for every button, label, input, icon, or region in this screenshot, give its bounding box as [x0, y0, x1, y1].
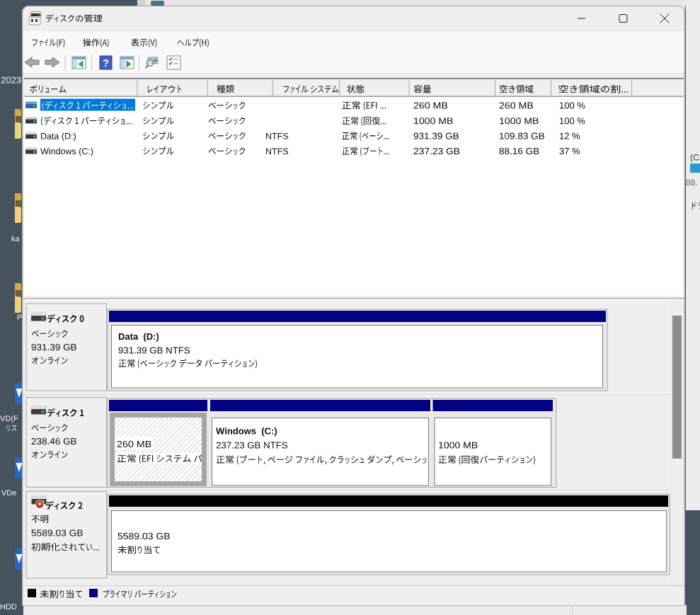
svg-text:?: ?	[103, 57, 109, 69]
